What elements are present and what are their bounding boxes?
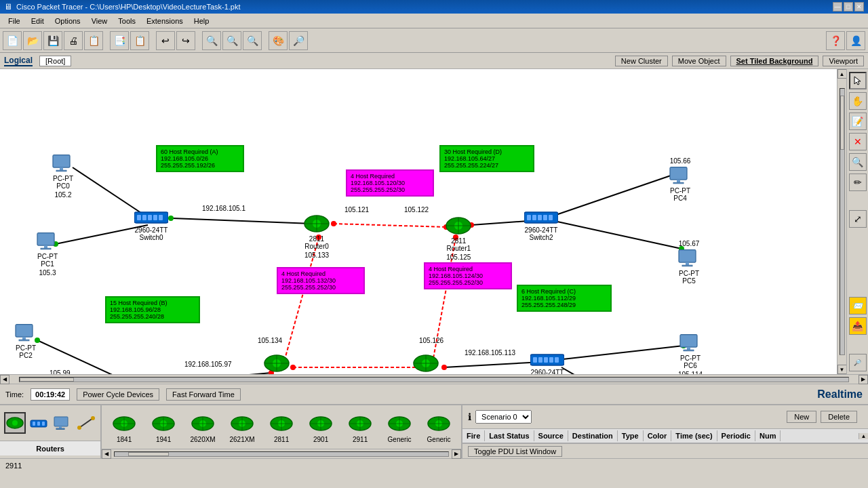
scenario-select[interactable]: Scenario 0 (475, 410, 532, 424)
move-object-button[interactable]: Move Object (672, 56, 726, 66)
redo-button[interactable]: ↪ (176, 31, 195, 50)
routers-category[interactable] (4, 412, 26, 434)
print-button[interactable]: 🖨 (64, 31, 83, 50)
scenario-vscroll[interactable]: ▲ (859, 433, 868, 439)
switch0-icon[interactable]: 2960-24TTSwitch0 (134, 209, 168, 241)
svg-point-114 (91, 416, 95, 420)
pc2-icon[interactable]: PC-PTPC2 (14, 323, 38, 359)
palette-button[interactable]: 🎨 (269, 31, 288, 50)
device-1941[interactable]: 1941 (146, 411, 180, 443)
connections-category[interactable] (75, 412, 97, 434)
device-2811[interactable]: 2811 (264, 411, 298, 443)
device-2911[interactable]: 2911 (343, 411, 377, 443)
new-cluster-button[interactable]: New Cluster (615, 56, 668, 66)
svg-rect-46 (19, 340, 29, 341)
device-2621xm[interactable]: 2621XM (225, 411, 259, 443)
vscroll-track[interactable] (840, 88, 845, 355)
vertical-scrollbar[interactable]: ▲ ▼ (837, 69, 846, 374)
menu-help[interactable]: Help (189, 16, 215, 26)
router3-icon[interactable]: 2811Router3 105.130 (412, 352, 439, 374)
svg-rect-84 (549, 357, 553, 363)
horizontal-scrollbar[interactable]: ◀ ▶ (0, 374, 868, 384)
minimize-button[interactable]: — (833, 2, 842, 12)
pdu-complex-tool[interactable]: 📤 (849, 317, 867, 335)
pc1-icon[interactable]: PC-PTPC1 105.3 (35, 232, 60, 277)
router0-icon[interactable]: 2811Router0 105.133 (303, 213, 330, 259)
select-tool[interactable] (849, 72, 867, 89)
menu-file[interactable]: File (3, 16, 26, 26)
switch3-icon[interactable]: 2960-24TTSwitch3 (530, 352, 564, 374)
save-button[interactable]: 💾 (43, 31, 62, 50)
menu-tools[interactable]: Tools (113, 16, 141, 26)
note-tool[interactable]: 📝 (849, 113, 867, 130)
router-generic1-icon (387, 414, 412, 433)
canvas-area[interactable]: PC-PTPC0 105.2 PC-PTPC1 105.3 PC-PTPC2 (0, 69, 846, 374)
copy-button[interactable]: 📑 (110, 31, 129, 50)
set-tiled-button[interactable]: Set Tiled Background (730, 56, 819, 66)
menu-edit[interactable]: Edit (26, 16, 50, 26)
new-button[interactable]: 📄 (3, 31, 22, 50)
router1-label: 2811Router1 (446, 237, 471, 252)
device-scroll-area[interactable]: 1841 1941 (102, 405, 461, 449)
device-generic1[interactable]: Generic (382, 411, 416, 443)
device-scrollbar-track[interactable] (114, 451, 449, 457)
device-2901[interactable]: 2901 (304, 411, 338, 443)
svg-point-31 (441, 365, 447, 370)
pc6-icon[interactable]: PC-PTPC6 105.114 (678, 333, 703, 374)
scenario-delete-button[interactable]: Delete (821, 411, 857, 423)
inspect-button[interactable]: 🔎 (289, 31, 308, 50)
router1-icon[interactable]: 2811Router1 105.125 192.168.105.65 (437, 215, 480, 268)
device-list-scrollbar[interactable]: ◀ ▶ (102, 449, 461, 458)
menu-options[interactable]: Options (50, 16, 86, 26)
zoom-out-button[interactable]: 🔍 (243, 31, 262, 50)
menu-view[interactable]: View (86, 16, 113, 26)
svg-rect-55 (682, 265, 692, 266)
resize-tool[interactable]: ⤢ (849, 210, 867, 228)
zoom-in-tool[interactable]: 🔍 (849, 153, 867, 171)
close-button[interactable]: ✕ (854, 2, 864, 12)
hscroll-track[interactable] (19, 377, 849, 382)
device-2620xm[interactable]: 2620XM (186, 411, 220, 443)
viewport-button[interactable]: Viewport (823, 56, 864, 66)
switches-category[interactable] (28, 412, 50, 434)
user-button[interactable]: 👤 (846, 31, 865, 50)
menu-extensions[interactable]: Extensions (141, 16, 189, 26)
undo-button[interactable]: ↩ (156, 31, 175, 50)
hand-tool[interactable]: ✋ (849, 92, 867, 110)
open-button[interactable]: 📂 (23, 31, 42, 50)
pdu-toggle-row: Toggle PDU List Window (462, 443, 868, 458)
device-generic2-label: Generic (427, 436, 451, 443)
device-2901-label: 2901 (313, 436, 328, 443)
pdu-tool[interactable]: 📨 (849, 297, 867, 314)
svg-line-3 (334, 224, 446, 227)
pc5-icon[interactable]: 105.67 PC-PTPC5 (677, 240, 701, 285)
end-devices-category[interactable] (52, 412, 73, 434)
router2-icon[interactable]: 2811Router2 105.129 (263, 352, 290, 374)
paste-button[interactable]: 📋 (130, 31, 149, 50)
router0-label: 2811Router0 (304, 235, 329, 250)
scenario-new-button[interactable]: New (787, 411, 816, 423)
switch2-icon[interactable]: 2960-24TTSwitch2 (524, 209, 558, 241)
fast-forward-button[interactable]: Fast Forward Time (166, 388, 241, 401)
device-1841[interactable]: 1841 (107, 411, 141, 443)
device-generic2[interactable]: Generic (422, 411, 456, 443)
pc0-icon[interactable]: PC-PTPC0 105.2 (51, 154, 75, 199)
toggle-pdu-button[interactable]: Toggle PDU List Window (468, 446, 562, 457)
zoom-in-button[interactable]: 🔍 (202, 31, 221, 50)
draw-tool[interactable]: ✏ (849, 174, 867, 191)
print-preview-button[interactable]: 📋 (84, 31, 103, 50)
svg-rect-44 (16, 325, 33, 337)
svg-rect-39 (60, 167, 63, 170)
power-cycle-button[interactable]: Power Cycle Devices (77, 388, 159, 401)
col-time: Time (sec) (671, 430, 717, 441)
time-label: Time: (5, 390, 24, 399)
svg-line-15 (561, 367, 658, 374)
zoom-fit-button[interactable]: 🔍 (222, 31, 241, 50)
delete-tool[interactable]: ✕ (849, 133, 867, 150)
router-2911-icon (348, 414, 372, 433)
svg-rect-106 (33, 422, 35, 426)
help-button[interactable]: ❓ (826, 31, 845, 50)
pc4-icon[interactable]: 105.66 PC-PTPC4 (668, 157, 692, 202)
menubar: File Edit Options View Tools Extensions … (0, 14, 868, 28)
maximize-button[interactable]: □ (844, 2, 853, 12)
